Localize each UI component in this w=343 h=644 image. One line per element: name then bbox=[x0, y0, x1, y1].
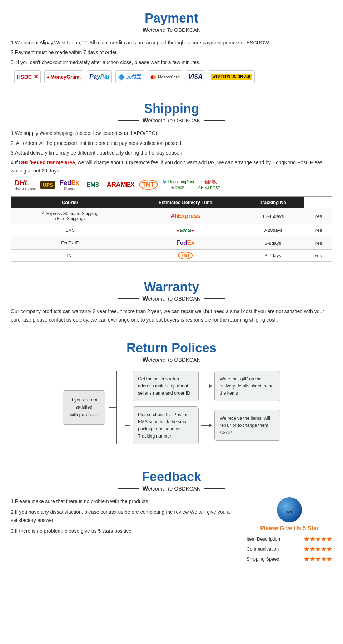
courier-aliexpress-delivery: 15-45days bbox=[242, 208, 304, 224]
tnt-logo-shipping: TNT bbox=[139, 181, 158, 189]
payment-logos: HSBC ✕ ● MoneyGram. PayPal 🔷 支付宝 ●●Maste… bbox=[11, 70, 332, 83]
courier-tnt-delivery: 3-7days bbox=[242, 250, 304, 262]
payment-subtitle-text: Welcome To OBDKCAN bbox=[142, 26, 200, 34]
courier-tnt-tracking: Yes bbox=[304, 250, 332, 262]
visa-logo: VISA bbox=[186, 70, 205, 83]
alipay-logo: 🔷 支付宝 bbox=[115, 70, 144, 83]
table-row: AliExpress Standard Shipping(Free Shippi… bbox=[11, 208, 332, 224]
shipping-subtitle: Welcome To OBDKCAN bbox=[11, 117, 332, 124]
table-header-delivery: Estimated Delivery Time bbox=[129, 197, 242, 208]
return-box1: Get the seller's return address make a t… bbox=[133, 371, 199, 401]
courier-ems-delivery: 3-20days bbox=[242, 224, 304, 236]
aramex-logo: ARAMEX bbox=[107, 181, 135, 189]
courier-ems-name: EMS bbox=[11, 224, 129, 236]
bracket-vert bbox=[116, 371, 117, 444]
courier-aliexpress-name: AliExpress Standard Shipping(Free Shippi… bbox=[11, 208, 129, 224]
table-row: TNT TNT 3-7days Yes bbox=[11, 250, 332, 262]
mastercard-logo: ●●MasterCard bbox=[148, 70, 182, 83]
courier-aliexpress-logo: AliExpress bbox=[129, 208, 242, 224]
westernunion-logo: WESTERN UNION 西联 bbox=[209, 70, 255, 83]
moneygram-logo: ● MoneyGram. bbox=[44, 70, 84, 83]
courier-ems-logo: ≡EMS≡ bbox=[129, 224, 242, 236]
flow-row-1: Get the seller's return address make a t… bbox=[125, 371, 280, 401]
payment-line3: 3. If you can't checkout immediately aft… bbox=[11, 58, 332, 66]
shipping-table: Courier Estimated Delivery Time Tracking… bbox=[11, 196, 332, 262]
blue-ball-icon bbox=[277, 497, 302, 522]
return-subtitle-text: Welcome To OBDKCAN bbox=[142, 356, 200, 364]
horiz-line-left bbox=[109, 407, 116, 408]
warranty-section: Warranty Welcome To OBDKCAN Our company … bbox=[0, 269, 343, 333]
courier-fedex-logo: FedEx bbox=[129, 236, 242, 250]
courier-fedex-delivery: 3-8days bbox=[242, 236, 304, 250]
rating-row-2: Communication ★★★★★ bbox=[247, 545, 332, 553]
shipping-subtitle-text: Welcome To OBDKCAN bbox=[142, 117, 200, 124]
paypal-logo: PayPal bbox=[87, 70, 112, 83]
rating-row-3: Shipping Speed ★★★★★ bbox=[247, 555, 332, 563]
return-start-box: If you are not satisfied with purchase bbox=[63, 390, 105, 425]
payment-title: Payment bbox=[11, 11, 332, 26]
table-row: FedEx IE FedEx 3-8days Yes bbox=[11, 236, 332, 250]
payment-section: Payment Welcome To OBDKCAN 1.We accept A… bbox=[0, 0, 343, 91]
shipping-line4: 4.If DHL/Fedex remote area, we will char… bbox=[11, 158, 332, 175]
ups-logo: UPS bbox=[40, 182, 56, 188]
chinapost-logo: 中国邮政 CHINA POST bbox=[198, 179, 220, 190]
table-header-courier: Courier bbox=[11, 197, 129, 208]
ems-logo-shipping: ≡EMS≡ bbox=[83, 182, 102, 188]
return-box2: Please chose the Post or EMS send back t… bbox=[133, 406, 199, 444]
row1-arrow bbox=[201, 384, 212, 388]
dhl-logo: DHL The UPS Store bbox=[14, 179, 36, 191]
return-section: Return Polices Welcome To OBDKCAN If you… bbox=[0, 341, 343, 459]
rating-label-2: Communication bbox=[247, 546, 279, 552]
arrow-head2 bbox=[209, 424, 212, 427]
row2-arrow bbox=[201, 424, 212, 427]
courier-fedex-tracking: Yes bbox=[304, 236, 332, 250]
payment-subtitle: Welcome To OBDKCAN bbox=[11, 26, 332, 34]
return-box4: We receive the items, will repair or exc… bbox=[214, 410, 280, 441]
shipping-line3: 3.Actual delivery time may be different … bbox=[11, 149, 332, 157]
return-box3: Write the "gift" on the delivery details… bbox=[214, 371, 280, 401]
payment-line2: 2.Payment must be made within 7 days of … bbox=[11, 48, 332, 56]
arrow-head bbox=[209, 384, 212, 388]
shipping-line1: 1.We supply World shipping. (except few … bbox=[11, 129, 332, 137]
return-subtitle: Welcome To OBDKCAN bbox=[11, 356, 332, 364]
arrow-line bbox=[201, 386, 209, 386]
warranty-subtitle: Welcome To OBDKCAN bbox=[11, 295, 332, 302]
courier-tnt-name: TNT bbox=[11, 250, 129, 262]
warranty-title: Warranty bbox=[11, 279, 332, 294]
fedex-logo-shipping: FedExExpress bbox=[60, 179, 79, 190]
courier-tnt-logo: TNT bbox=[129, 250, 242, 262]
shipping-section: Shipping Welcome To OBDKCAN 1.We supply … bbox=[0, 91, 343, 269]
warranty-text: Our company products can warranty 2 year… bbox=[11, 307, 332, 325]
feedback-subtitle-text: Welcome To OBDKCAN bbox=[142, 485, 200, 492]
rating-label-1: Item Description bbox=[247, 536, 280, 542]
feedback-content: 1.Please make sure that there is no prob… bbox=[11, 497, 332, 565]
table-row: EMS ≡EMS≡ 3-20days Yes bbox=[11, 224, 332, 236]
flow-row-2: Please chose the Post or EMS send back t… bbox=[125, 406, 280, 444]
shipping-logos: DHL The UPS Store UPS FedExExpress ≡EMS≡… bbox=[11, 179, 332, 191]
feedback-subtitle: Welcome To OBDKCAN bbox=[11, 485, 332, 492]
bracket-bottom bbox=[116, 444, 121, 444]
return-title: Return Polices bbox=[11, 341, 332, 356]
rating-label-3: Shipping Speed bbox=[247, 556, 279, 562]
payment-line1: 1.We accept Alipay,West Union,TT. All ma… bbox=[11, 39, 332, 47]
rating-row-1: Item Description ★★★★★ bbox=[247, 535, 332, 543]
flow-connector-left bbox=[109, 371, 121, 444]
warranty-subtitle-text: Welcome To OBDKCAN bbox=[142, 295, 200, 302]
arrow-line2 bbox=[201, 425, 209, 426]
row1-line bbox=[125, 386, 130, 386]
row2-line bbox=[125, 425, 130, 426]
shipping-line2: 2. All orders will be processed first ti… bbox=[11, 139, 332, 147]
feedback-section: Feedback Welcome To OBDKCAN 1.Please mak… bbox=[0, 459, 343, 572]
shipping-title: Shipping bbox=[11, 101, 332, 116]
bracket-top bbox=[116, 371, 121, 371]
hsbc-logo: HSBC ✕ bbox=[14, 70, 41, 83]
rating-title: Please Give Us 5 Star bbox=[247, 525, 332, 532]
feedback-line2: 2.If you have any dissatisfaction, pleas… bbox=[11, 508, 236, 524]
feedback-line3: 3.If there is no problem, please give us… bbox=[11, 527, 236, 535]
bracket-container bbox=[116, 371, 121, 444]
rating-stars-1: ★★★★★ bbox=[304, 535, 332, 543]
feedback-rating-col: Please Give Us 5 Star Item Description ★… bbox=[247, 497, 332, 565]
rating-stars-2: ★★★★★ bbox=[304, 545, 332, 553]
feedback-title: Feedback bbox=[11, 469, 332, 484]
flow-rows: Get the seller's return address make a t… bbox=[125, 371, 280, 444]
